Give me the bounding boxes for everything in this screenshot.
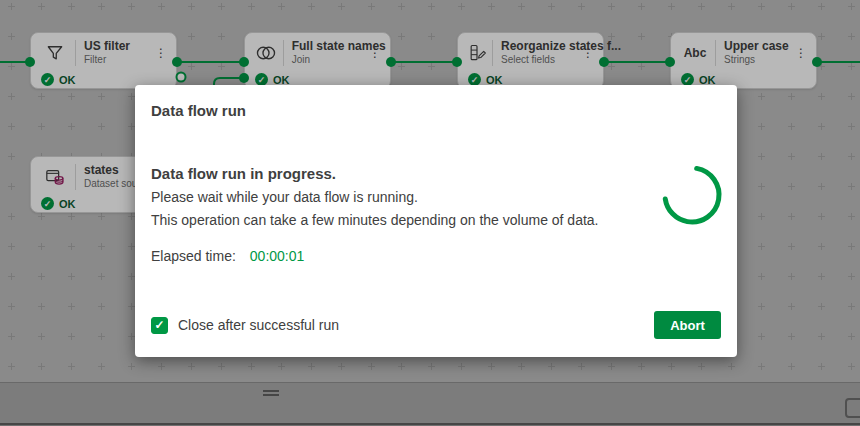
elapsed-time-value: 00:00:01	[250, 248, 305, 264]
abort-button[interactable]: Abort	[654, 311, 721, 339]
dataflow-editor-screen: US filter Filter ⋮ ✓ OK Full state names…	[0, 0, 860, 426]
progress-spinner-icon	[659, 162, 725, 228]
dialog-title: Data flow run	[151, 102, 721, 119]
progress-heading: Data flow run in progress.	[151, 165, 721, 182]
dataflow-run-dialog: Data flow run Data flow run in progress.…	[135, 85, 737, 357]
progress-text-1: Please wait while your data flow is runn…	[151, 189, 721, 205]
progress-text-2: This operation can take a few minutes de…	[151, 212, 721, 228]
elapsed-time-label: Elapsed time:	[151, 248, 236, 264]
close-after-run-checkbox[interactable]: ✓	[151, 317, 168, 334]
close-after-run-label: Close after successful run	[178, 317, 339, 333]
close-after-run-option[interactable]: ✓ Close after successful run	[151, 317, 339, 334]
